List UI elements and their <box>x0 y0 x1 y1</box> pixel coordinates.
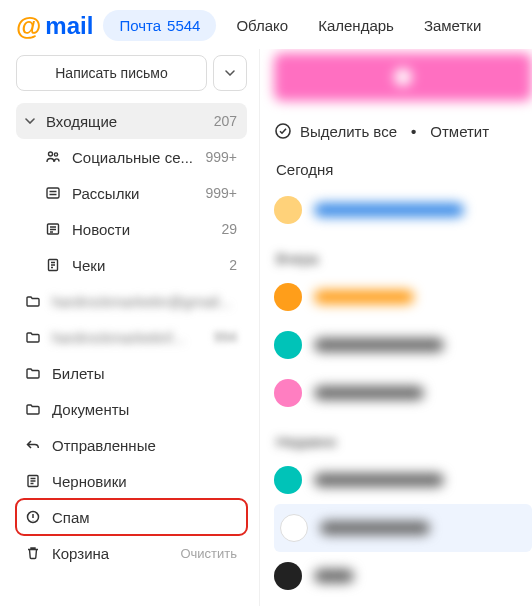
folder-label: Новости <box>72 221 211 238</box>
select-all-button[interactable]: Выделить все <box>274 122 397 140</box>
folder-icon <box>24 400 42 418</box>
folder-count: 207 <box>214 113 237 129</box>
folder-tickets[interactable]: Билеты <box>16 355 247 391</box>
spam-icon <box>24 508 42 526</box>
folder-inbox[interactable]: Входящие 207 <box>16 103 247 139</box>
trash-clear-link[interactable]: Очистить <box>180 546 237 561</box>
folder-custom-1[interactable]: hardrockmarketin@gmail... <box>16 283 247 319</box>
header: @ mail Почта 5544 Облако Календарь Замет… <box>0 0 532 49</box>
folder-label: Входящие <box>46 113 204 130</box>
nav-tab-mail-label: Почта <box>119 17 161 34</box>
message-row[interactable] <box>274 186 532 234</box>
message-pane: Выделить все • Отметит Сегодня Вчера Нед… <box>260 49 532 606</box>
folder-label: Рассылки <box>72 185 195 202</box>
message-preview <box>314 338 444 352</box>
section-today: Сегодня <box>276 161 532 178</box>
megaphone-icon <box>44 184 62 202</box>
nav-tab-mail-count: 5544 <box>167 17 200 34</box>
chevron-down-icon <box>24 118 36 124</box>
section-label-blur: Недавно <box>276 433 532 450</box>
compose-dropdown-button[interactable] <box>213 55 247 91</box>
svg-rect-2 <box>47 188 59 198</box>
avatar <box>274 379 302 407</box>
sidebar: Написать письмо Входящие 207 Социальные … <box>0 49 260 606</box>
newspaper-icon <box>44 220 62 238</box>
folder-label: hardrockmarketinf... <box>52 329 204 346</box>
section-label-blur: Вчера <box>276 250 532 267</box>
folder-label: Корзина <box>52 545 170 562</box>
folder-count: 29 <box>221 221 237 237</box>
folder-receipts[interactable]: Чеки 2 <box>16 247 247 283</box>
people-icon <box>44 148 62 166</box>
avatar <box>274 283 302 311</box>
folder-count: 999+ <box>205 185 237 201</box>
folder-icon <box>24 364 42 382</box>
folder-drafts[interactable]: Черновики <box>16 463 247 499</box>
message-preview <box>314 473 444 487</box>
select-all-label: Выделить все <box>300 123 397 140</box>
message-preview <box>314 203 464 217</box>
folder-icon <box>24 292 42 310</box>
nav-tab-mail[interactable]: Почта 5544 <box>103 10 216 41</box>
message-preview <box>314 290 414 304</box>
chevron-down-icon <box>225 70 235 76</box>
nav-tab-calendar[interactable]: Календарь <box>308 10 404 41</box>
nav-tab-notes[interactable]: Заметки <box>414 10 491 41</box>
logo-text: mail <box>45 12 93 40</box>
message-row[interactable] <box>274 369 532 417</box>
nav-tab-cloud[interactable]: Облако <box>226 10 298 41</box>
message-preview <box>320 521 430 535</box>
logo[interactable]: @ mail <box>16 12 93 40</box>
compose-wrap: Написать письмо <box>16 55 247 91</box>
toolbar: Выделить все • Отметит <box>274 115 532 147</box>
receipt-icon <box>44 256 62 274</box>
avatar <box>274 466 302 494</box>
message-preview <box>314 569 354 583</box>
folder-sent[interactable]: Отправленные <box>16 427 247 463</box>
folder-trash[interactable]: Корзина Очистить <box>16 535 247 571</box>
folder-count: 999+ <box>205 149 237 165</box>
at-sign-icon: @ <box>16 13 41 39</box>
folder-label: Чеки <box>72 257 219 274</box>
bullet-icon: • <box>411 123 416 140</box>
message-preview <box>314 386 424 400</box>
message-row[interactable] <box>274 456 532 504</box>
reply-icon <box>24 436 42 454</box>
avatar <box>274 196 302 224</box>
mark-button[interactable]: Отметит <box>430 123 489 140</box>
folder-documents[interactable]: Документы <box>16 391 247 427</box>
folder-icon <box>24 328 42 346</box>
avatar <box>274 331 302 359</box>
promo-banner[interactable] <box>274 53 532 101</box>
check-circle-icon <box>274 122 292 140</box>
folder-count: 2 <box>229 257 237 273</box>
message-row[interactable] <box>274 552 532 600</box>
folder-spam[interactable]: Спам <box>16 499 247 535</box>
folder-label: hardrockmarketin@gmail... <box>52 293 237 310</box>
main: Написать письмо Входящие 207 Социальные … <box>0 49 532 606</box>
svg-point-1 <box>54 153 57 156</box>
trash-icon <box>24 544 42 562</box>
avatar <box>280 514 308 542</box>
folder-social[interactable]: Социальные се... 999+ <box>16 139 247 175</box>
message-row[interactable] <box>274 504 532 552</box>
folder-custom-2[interactable]: hardrockmarketinf... 994 <box>16 319 247 355</box>
draft-icon <box>24 472 42 490</box>
folder-newsletters[interactable]: Рассылки 999+ <box>16 175 247 211</box>
svg-point-0 <box>49 152 53 156</box>
avatar <box>274 562 302 590</box>
folder-count: 994 <box>214 329 237 345</box>
message-row[interactable] <box>274 321 532 369</box>
message-row[interactable] <box>274 273 532 321</box>
folder-label: Спам <box>52 509 237 526</box>
folder-label: Черновики <box>52 473 237 490</box>
compose-button[interactable]: Написать письмо <box>16 55 207 91</box>
folder-label: Социальные се... <box>72 149 195 166</box>
folder-label: Отправленные <box>52 437 237 454</box>
mark-label: Отметит <box>430 123 489 140</box>
folder-label: Билеты <box>52 365 237 382</box>
folder-news[interactable]: Новости 29 <box>16 211 247 247</box>
folder-label: Документы <box>52 401 237 418</box>
